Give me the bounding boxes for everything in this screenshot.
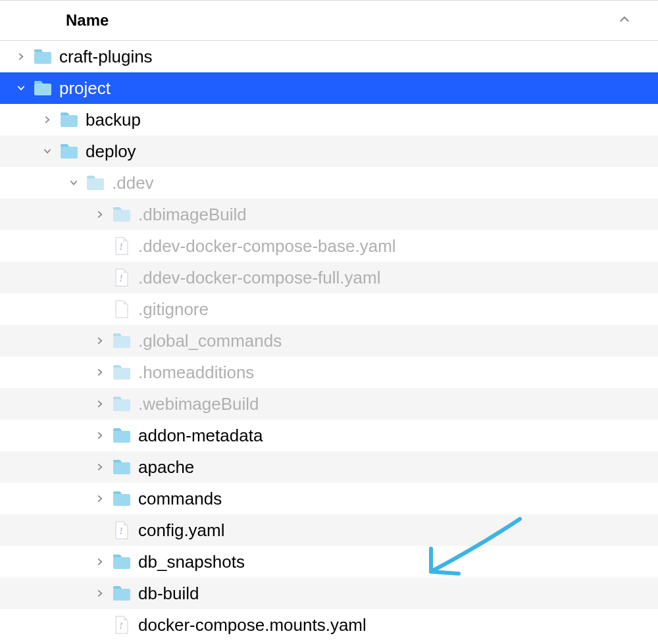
svg-rect-1	[34, 84, 51, 95]
tree-row-label: apache	[138, 457, 194, 478]
tree-row[interactable]: commands	[0, 483, 658, 514]
tree-row-label: project	[59, 78, 111, 99]
folder-icon	[112, 552, 132, 572]
svg-rect-12	[113, 462, 130, 474]
tree-row[interactable]: .homeadditions	[0, 357, 658, 388]
svg-rect-2	[61, 115, 78, 127]
tree-row[interactable]: .gitignore	[0, 293, 658, 325]
folder-icon	[112, 457, 132, 477]
tree-row-label: db_snapshots	[138, 552, 245, 572]
tree-row-label: .webimageBuild	[138, 394, 259, 414]
tree-row[interactable]: !.ddev-docker-compose-full.yaml	[0, 262, 658, 293]
chevron-down-icon[interactable]	[13, 84, 29, 93]
tree-row-label: .ddev-docker-compose-full.yaml	[138, 268, 380, 288]
svg-rect-10	[113, 399, 130, 411]
tree-row[interactable]: !config.yaml	[0, 514, 658, 546]
tree-row[interactable]: deploy	[0, 136, 658, 167]
tree-row[interactable]: !docker-compose.mounts.yaml	[0, 609, 658, 641]
folder-icon	[112, 331, 132, 351]
chevron-down-icon[interactable]	[66, 178, 82, 187]
chevron-right-icon[interactable]	[92, 399, 108, 409]
svg-rect-11	[113, 431, 130, 443]
tree-row[interactable]: backup	[0, 104, 658, 136]
tree-row[interactable]: .ddev	[0, 167, 658, 199]
yaml-file-icon: !	[112, 615, 132, 635]
folder-icon	[112, 426, 132, 445]
tree-row-label: commands	[138, 489, 222, 509]
chevron-right-icon[interactable]	[92, 557, 108, 566]
svg-text:!: !	[119, 526, 122, 536]
folder-icon	[86, 173, 105, 193]
tree-row-label: backup	[86, 110, 141, 130]
tree-row[interactable]: apache	[0, 451, 658, 483]
svg-rect-13	[113, 494, 130, 506]
chevron-right-icon[interactable]	[92, 494, 108, 503]
tree-row[interactable]: db-build	[0, 578, 658, 609]
tree-row-label: docker-compose.mounts.yaml	[138, 615, 367, 635]
chevron-right-icon[interactable]	[92, 336, 108, 345]
svg-rect-0	[34, 52, 51, 64]
tree-row-label: .ddev	[112, 173, 154, 193]
chevron-down-icon[interactable]	[39, 147, 55, 156]
tree-row-label: .homeadditions	[138, 362, 254, 383]
folder-icon	[112, 489, 132, 508]
tree-row-label: addon-metadata	[138, 426, 263, 446]
folder-icon	[112, 205, 132, 224]
tree-row[interactable]: db_snapshots	[0, 546, 658, 578]
tree-row[interactable]: .webimageBuild	[0, 388, 658, 420]
tree-row-label: craft-plugins	[59, 47, 153, 67]
yaml-file-icon: !	[112, 520, 132, 540]
svg-rect-9	[113, 368, 130, 380]
chevron-right-icon[interactable]	[39, 115, 55, 124]
svg-rect-8	[113, 336, 130, 348]
tree-row-label: .gitignore	[138, 299, 209, 320]
tree-row[interactable]: project	[0, 72, 658, 104]
svg-rect-3	[61, 147, 78, 159]
folder-icon	[112, 583, 132, 603]
tree-row[interactable]: !.ddev-docker-compose-base.yaml	[0, 230, 658, 262]
folder-icon	[112, 394, 132, 414]
folder-icon	[59, 110, 79, 130]
tree-row-label: config.yaml	[138, 520, 225, 541]
chevron-right-icon[interactable]	[92, 210, 108, 219]
svg-rect-5	[113, 210, 130, 222]
svg-rect-4	[87, 178, 104, 190]
folder-icon	[112, 362, 132, 382]
tree-row[interactable]: addon-metadata	[0, 420, 658, 451]
tree-row-label: .ddev-docker-compose-base.yaml	[138, 236, 396, 257]
tree-row[interactable]: .dbimageBuild	[0, 199, 658, 230]
svg-text:!: !	[119, 621, 122, 631]
svg-rect-16	[113, 589, 130, 601]
column-header-name: Name	[66, 11, 109, 30]
svg-text:!: !	[119, 242, 122, 252]
file-icon	[112, 299, 132, 319]
folder-icon	[59, 141, 79, 161]
chevron-right-icon[interactable]	[92, 431, 108, 440]
tree-row-label: .global_commands	[138, 331, 282, 351]
svg-text:!: !	[119, 274, 122, 284]
yaml-file-icon: !	[112, 236, 132, 256]
tree-row-label: .dbimageBuild	[138, 205, 247, 225]
tree-row-label: deploy	[86, 141, 136, 162]
sort-chevron-icon[interactable]	[617, 12, 632, 29]
chevron-right-icon[interactable]	[92, 589, 108, 598]
file-tree: craft-pluginsprojectbackupdeploy.ddev.db…	[0, 41, 658, 641]
tree-row-label: db-build	[138, 583, 199, 604]
tree-row[interactable]: craft-plugins	[0, 41, 658, 72]
folder-icon	[33, 78, 53, 98]
folder-icon	[33, 47, 53, 66]
tree-row[interactable]: .global_commands	[0, 325, 658, 357]
svg-rect-15	[113, 557, 130, 569]
yaml-file-icon: !	[112, 268, 132, 287]
chevron-right-icon[interactable]	[13, 52, 29, 61]
chevron-right-icon[interactable]	[92, 368, 108, 377]
column-header[interactable]: Name	[0, 0, 658, 41]
chevron-right-icon[interactable]	[92, 462, 108, 472]
